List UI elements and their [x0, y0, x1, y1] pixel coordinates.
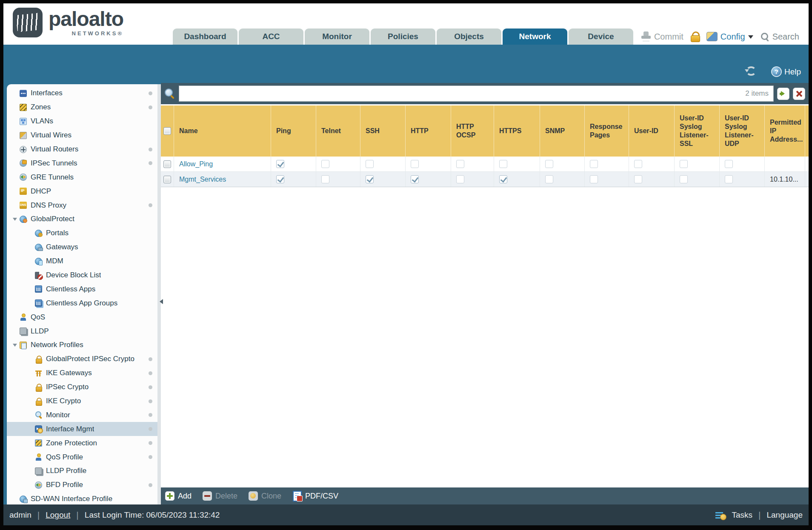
- sidebar-item-interface-mgmt[interactable]: Interface Mgmt: [7, 422, 157, 436]
- tab-objects[interactable]: Objects: [437, 28, 501, 45]
- unchecked-checkbox[interactable]: [456, 175, 464, 183]
- unchecked-checkbox[interactable]: [590, 175, 598, 183]
- unchecked-checkbox[interactable]: [545, 175, 553, 183]
- device-block-list-icon: [35, 272, 42, 279]
- checked-checkbox[interactable]: [276, 160, 284, 168]
- clear-filter-button[interactable]: [793, 88, 805, 100]
- expander-icon[interactable]: [10, 342, 20, 349]
- sidebar-item-lldp[interactable]: LLDP: [7, 324, 157, 338]
- nav-tabs: DashboardACCMonitorPoliciesObjectsNetwor…: [173, 28, 633, 45]
- pdf-csv-button[interactable]: PDF/CSV: [292, 491, 338, 501]
- check-cell-user-id-syslog-listener-udp: [720, 157, 765, 171]
- header-tools: Commit Config Search: [641, 31, 799, 42]
- status-dot: [149, 161, 152, 165]
- expander-icon[interactable]: [10, 216, 20, 223]
- sidebar-item-ipsec-crypto[interactable]: IPSec Crypto: [7, 380, 157, 394]
- checked-checkbox[interactable]: [499, 175, 507, 183]
- add-button[interactable]: Add: [165, 491, 192, 501]
- unchecked-checkbox[interactable]: [634, 160, 642, 168]
- profile-name-link[interactable]: Mgmt_Services: [179, 176, 226, 183]
- commit-button[interactable]: Commit: [641, 31, 683, 42]
- sidebar-item-sd-wan-interface-profile[interactable]: SD-WAN Interface Profile: [7, 492, 157, 504]
- sidebar-item-gre-tunnels[interactable]: GRE Tunnels: [7, 170, 157, 184]
- unchecked-checkbox[interactable]: [590, 160, 598, 168]
- refresh-icon[interactable]: [746, 66, 757, 76]
- sidebar-item-portals[interactable]: Portals: [7, 226, 157, 240]
- row-select-cell: [161, 157, 174, 171]
- sidebar-item-interfaces[interactable]: Interfaces: [7, 86, 157, 100]
- sidebar-item-clientless-apps[interactable]: Clientless Apps: [7, 282, 157, 296]
- network-profiles-icon: [20, 342, 27, 349]
- sidebar-item-clientless-app-groups[interactable]: Clientless App Groups: [7, 296, 157, 310]
- sidebar-item-qos[interactable]: QoS: [7, 310, 157, 324]
- sidebar-splitter[interactable]: [157, 84, 161, 504]
- unchecked-checkbox[interactable]: [725, 175, 733, 183]
- logout-link[interactable]: Logout: [46, 510, 70, 520]
- sidebar-item-dhcp[interactable]: DHCP: [7, 184, 157, 198]
- col-header-http-ocsp: HTTP OCSP: [451, 105, 494, 157]
- sidebar-item-virtual-wires[interactable]: Virtual Wires: [7, 128, 157, 142]
- sidebar-item-bfd-profile[interactable]: BFD Profile: [7, 478, 157, 492]
- search-button[interactable]: Search: [760, 32, 799, 42]
- tab-monitor[interactable]: Monitor: [305, 28, 369, 45]
- sidebar-item-lldp-profile[interactable]: LLDP Profile: [7, 464, 157, 478]
- tab-policies[interactable]: Policies: [371, 28, 435, 45]
- lock-button[interactable]: [690, 31, 700, 42]
- checked-checkbox[interactable]: [276, 175, 284, 183]
- tab-network[interactable]: Network: [503, 28, 567, 45]
- col-header-select: [161, 105, 174, 157]
- unchecked-checkbox[interactable]: [366, 160, 374, 168]
- help-button[interactable]: Help: [771, 66, 801, 77]
- sidebar-item-zones[interactable]: Zones: [7, 100, 157, 114]
- sidebar-item-virtual-routers[interactable]: Virtual Routers: [7, 142, 157, 157]
- language-button[interactable]: Language: [766, 510, 803, 520]
- last-login-time: Last Login Time: 06/05/2023 11:32:42: [85, 510, 220, 520]
- check-cell-user-id-syslog-listener-ssl: [675, 157, 720, 171]
- sidebar-item-monitor[interactable]: Monitor: [7, 408, 157, 422]
- tab-dashboard[interactable]: Dashboard: [173, 28, 237, 45]
- unchecked-checkbox[interactable]: [456, 160, 464, 168]
- help-label: Help: [784, 67, 801, 77]
- profile-name-link[interactable]: Allow_Ping: [179, 160, 213, 168]
- config-button[interactable]: Config: [706, 32, 753, 42]
- unchecked-checkbox[interactable]: [499, 160, 507, 168]
- select-all-checkbox[interactable]: [163, 127, 171, 135]
- unchecked-checkbox[interactable]: [634, 175, 642, 183]
- unchecked-checkbox[interactable]: [321, 160, 329, 168]
- unchecked-checkbox[interactable]: [545, 160, 553, 168]
- filter-input[interactable]: [179, 85, 774, 102]
- sidebar-item-label: Clientless App Groups: [46, 299, 117, 308]
- sidebar-item-globalprotect-ipsec-crypto[interactable]: GlobalProtect IPSec Crypto: [7, 352, 157, 366]
- config-label: Config: [721, 32, 745, 42]
- unchecked-checkbox[interactable]: [411, 160, 419, 168]
- sidebar-item-gateways[interactable]: Gateways: [7, 240, 157, 254]
- tasks-button[interactable]: Tasks: [732, 510, 752, 520]
- sidebar-item-ipsec-tunnels[interactable]: IPSec Tunnels: [7, 156, 157, 170]
- row-checkbox[interactable]: [163, 176, 171, 183]
- sidebar-item-device-block-list[interactable]: Device Block List: [7, 268, 157, 282]
- sidebar-item-zone-protection[interactable]: Zone Protection: [7, 436, 157, 450]
- status-dot: [149, 91, 152, 95]
- checked-checkbox[interactable]: [366, 175, 374, 183]
- sidebar-item-qos-profile[interactable]: QoS Profile: [7, 450, 157, 464]
- sidebar-item-dns-proxy[interactable]: DNS Proxy: [7, 198, 157, 212]
- sidebar-item-label: Zones: [31, 103, 51, 111]
- unchecked-checkbox[interactable]: [725, 160, 733, 168]
- sidebar-item-vlans[interactable]: VLANs: [7, 114, 157, 128]
- sidebar-item-ike-gateways[interactable]: IKE Gateways: [7, 366, 157, 380]
- checked-checkbox[interactable]: [411, 175, 419, 183]
- tab-device[interactable]: Device: [569, 28, 633, 45]
- unchecked-checkbox[interactable]: [321, 175, 329, 183]
- apply-filter-button[interactable]: [777, 88, 789, 100]
- sidebar-item-network-profiles[interactable]: Network Profiles: [7, 338, 157, 352]
- statusbar-right: Tasks | Language: [715, 510, 803, 520]
- sidebar-item-globalprotect[interactable]: GlobalProtect: [7, 212, 157, 226]
- toolbar-button-label: PDF/CSV: [305, 492, 338, 501]
- row-checkbox[interactable]: [163, 160, 171, 168]
- unchecked-checkbox[interactable]: [680, 160, 688, 168]
- check-cell-user-id-syslog-listener-udp: [720, 172, 765, 187]
- sidebar-item-mdm[interactable]: MDM: [7, 254, 157, 268]
- sidebar-item-ike-crypto[interactable]: IKE Crypto: [7, 394, 157, 408]
- unchecked-checkbox[interactable]: [680, 175, 688, 183]
- tab-acc[interactable]: ACC: [239, 28, 303, 45]
